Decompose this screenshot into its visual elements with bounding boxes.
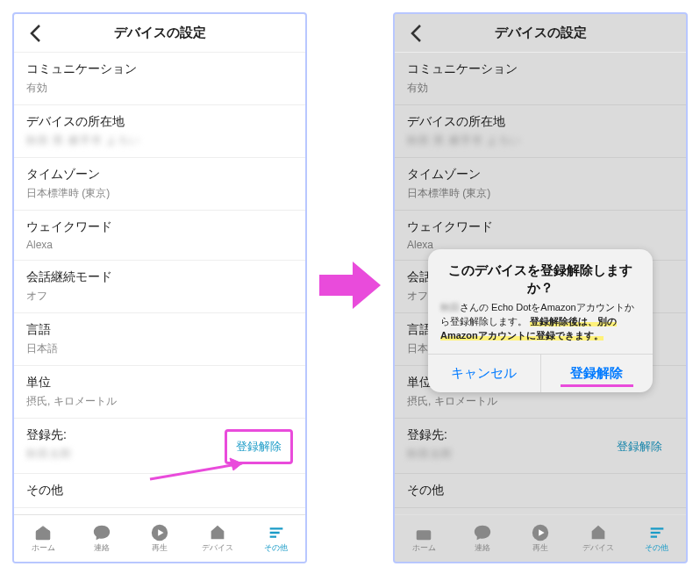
annotation-underline (561, 384, 634, 387)
chevron-left-icon (410, 24, 422, 43)
svg-rect-0 (36, 530, 51, 540)
dialog-confirm-button[interactable]: 登録解除 (540, 355, 654, 392)
tab-label: その他 (264, 542, 288, 554)
deregister-button[interactable]: 登録解除 (225, 429, 293, 464)
row-timezone[interactable]: タイムゾーン 日本標準時 (東京) (14, 158, 305, 211)
row-language[interactable]: 言語 日本語 (14, 313, 305, 366)
back-button[interactable] (25, 23, 46, 44)
row-followup-mode[interactable]: 会話継続モード オフ (14, 261, 305, 313)
tab-label: 再生 (152, 542, 168, 554)
row-label: 会話継続モード (26, 269, 293, 285)
row-label: 単位 (26, 375, 293, 391)
chat-icon (92, 523, 111, 542)
tab-bar: ホーム 連絡 再生 デバイス その他 (14, 514, 305, 562)
tab-label: 連絡 (94, 542, 110, 554)
page-title: デバイスの設定 (114, 25, 206, 41)
row-value: 摂氏, キロメートル (26, 394, 293, 409)
dialog-title: このデバイスを登録解除しますか？ (428, 249, 653, 296)
tab-more: その他 (628, 515, 686, 562)
tab-play[interactable]: 再生 (131, 515, 189, 562)
tab-devices[interactable]: デバイス (189, 515, 246, 562)
row-label: コミュニケーション (26, 61, 293, 77)
dialog-buttons: キャンセル 登録解除 (428, 354, 653, 392)
transition-arrow-icon (319, 259, 381, 312)
tab-home: ホーム (395, 515, 453, 562)
row-label: その他 (26, 483, 293, 498)
home-icon (414, 523, 433, 542)
devices-icon (208, 523, 227, 542)
dialog-body: 秋田さんの Echo DotをAmazonアカウントから登録解除します。 登録解… (428, 296, 653, 354)
devices-icon (589, 523, 608, 542)
header: デバイスの設定 (14, 14, 305, 53)
tab-more[interactable]: その他 (247, 515, 305, 562)
device-settings-screen-before: デバイスの設定 コミュニケーション 有効 デバイスの所在地 秋田 県 横手市 よ… (12, 12, 307, 563)
page-title: デバイスの設定 (495, 25, 587, 41)
row-wakeword[interactable]: ウェイクワード Alexa (14, 211, 305, 261)
tab-play: 再生 (511, 515, 569, 562)
row-value: オフ (26, 289, 293, 304)
row-units[interactable]: 単位 摂氏, キロメートル (14, 366, 305, 419)
row-value: 日本語 (26, 341, 293, 356)
home-icon (33, 523, 53, 542)
row-registered-to: 登録先: 秋田太郎 登録解除 (14, 419, 305, 474)
tab-label: デバイス (202, 542, 233, 554)
row-device-location[interactable]: デバイスの所在地 秋田 県 横手市 よろい (14, 105, 305, 158)
svg-rect-9 (417, 530, 432, 540)
tab-home[interactable]: ホーム (14, 515, 72, 562)
back-button (405, 23, 426, 44)
row-value: 日本標準時 (東京) (26, 186, 293, 201)
tab-label: ホーム (32, 542, 55, 554)
row-communication[interactable]: コミュニケーション 有効 (14, 53, 305, 105)
row-value: 有効 (26, 81, 293, 96)
chat-icon (473, 523, 492, 542)
tab-communicate[interactable]: 連絡 (72, 515, 130, 562)
tab-bar: ホーム 連絡 再生 デバイス その他 (395, 514, 686, 562)
row-other[interactable]: その他 (14, 474, 305, 508)
play-icon (531, 523, 550, 542)
row-value: 秋田太郎 (26, 447, 72, 462)
chevron-left-icon (29, 24, 41, 43)
row-value: 秋田 県 横手市 よろい (26, 133, 293, 148)
header: デバイスの設定 (395, 14, 686, 53)
row-label: デバイスの所在地 (26, 114, 293, 130)
settings-list: コミュニケーション 有効 デバイスの所在地 秋田 県 横手市 よろい タイムゾー… (14, 53, 305, 514)
deregister-confirm-dialog: このデバイスを登録解除しますか？ 秋田さんの Echo DotをAmazonアカ… (428, 249, 653, 392)
tab-communicate: 連絡 (453, 515, 511, 562)
play-icon (150, 523, 169, 542)
row-value: Alexa (26, 239, 293, 251)
more-icon (647, 523, 667, 542)
row-label: ウェイクワード (26, 219, 293, 235)
more-icon (267, 523, 286, 542)
row-label: 言語 (26, 322, 293, 338)
row-label: タイムゾーン (26, 167, 293, 183)
tab-devices: デバイス (569, 515, 627, 562)
row-label: 登録先: (26, 427, 72, 443)
device-settings-screen-dialog: デバイスの設定 コミュニケーション 有効 デバイスの所在地 秋田 県 横手市 よ… (393, 12, 688, 563)
svg-marker-8 (319, 262, 381, 309)
dialog-cancel-button[interactable]: キャンセル (428, 355, 540, 392)
